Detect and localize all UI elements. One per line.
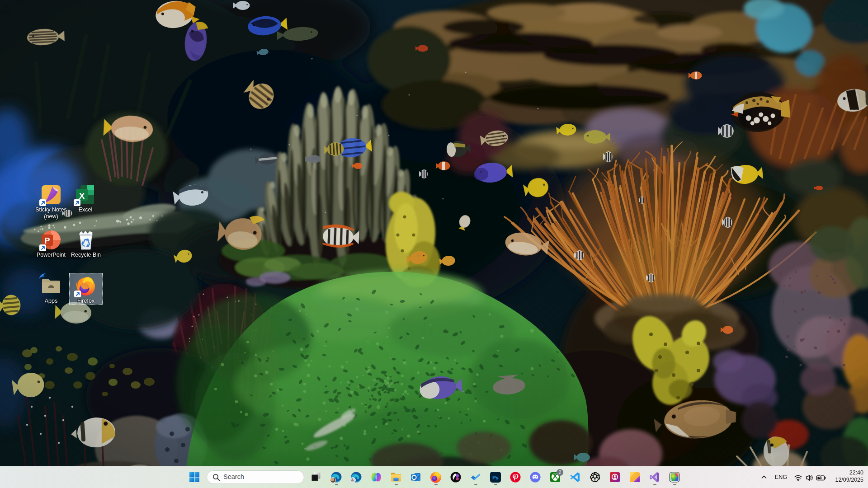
- svg-text:Ps: Ps: [492, 475, 499, 480]
- svg-text:P: P: [44, 236, 50, 245]
